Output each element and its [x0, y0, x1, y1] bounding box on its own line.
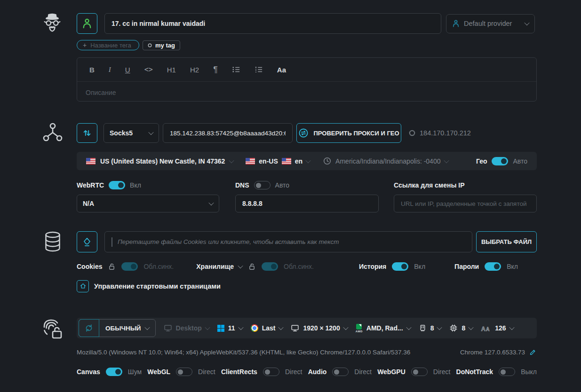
- history-toggle[interactable]: [392, 262, 408, 271]
- audio-toggle[interactable]: [332, 368, 349, 376]
- check-proxy-sync-icon: [298, 128, 309, 138]
- chevron-down-icon: [144, 325, 150, 330]
- start-pages-label: Управление стартовыми страницами: [94, 282, 221, 290]
- external-ip-status: 184.170.170.212: [409, 129, 471, 137]
- chevron-down-icon: [444, 157, 449, 163]
- provider-select[interactable]: Default provider: [446, 14, 535, 33]
- chevron-down-icon[interactable]: [238, 263, 243, 268]
- description-editor[interactable]: B I U <> H1 H2 ¶ Aa Описание: [77, 57, 537, 102]
- transfer-arrows-icon: [82, 128, 92, 138]
- cookies-sync-state: Обл.синх.: [143, 263, 174, 270]
- history-toggle-group: История Вкл: [359, 262, 425, 271]
- webgl-toggle-group: WebGL Direct: [147, 368, 215, 376]
- profile-person-button[interactable]: [77, 13, 97, 34]
- fingerprint-bar: ОБЫЧНЫЙ Desktop 11 Last: [77, 318, 537, 338]
- timezone-select[interactable]: America/Indiana/Indianapolis: -0400: [323, 157, 448, 165]
- svg-text:A: A: [481, 325, 485, 332]
- chevron-down-icon: [205, 325, 210, 330]
- bold-button[interactable]: B: [89, 66, 95, 74]
- chrome-logo-icon: [251, 324, 258, 332]
- device-type-select[interactable]: Desktop: [164, 324, 209, 332]
- webgl-state: Direct: [198, 368, 215, 376]
- clientrects-toggle[interactable]: [263, 368, 279, 376]
- underline-button[interactable]: U: [125, 66, 130, 74]
- fonts-select[interactable]: A A 126: [481, 324, 513, 332]
- ip-change-input[interactable]: [394, 195, 537, 212]
- webgl-toggle[interactable]: [176, 368, 192, 376]
- geo-location-select[interactable]: US (United States) New Castle, IN 47362: [86, 157, 233, 165]
- useragent-text: Mozilla/5.0 (Windows NT 10.0; Win64; x64…: [77, 349, 410, 356]
- code-button[interactable]: <>: [144, 65, 153, 74]
- cookies-drop-placeholder: Перетащите файлы Cookies или кликните, ч…: [118, 238, 339, 245]
- profile-editor-page: Default provider + Название тега my tag …: [0, 0, 581, 392]
- webgpu-toggle[interactable]: [411, 368, 428, 376]
- donottrack-toggle[interactable]: [499, 368, 515, 376]
- dns-toggle[interactable]: [254, 181, 271, 189]
- us-flag-icon: [246, 158, 255, 165]
- profile-name-input[interactable]: [104, 13, 441, 34]
- ram-select[interactable]: 8: [419, 324, 442, 332]
- canvas-label: Canvas: [77, 368, 100, 376]
- regenerate-fingerprint-button[interactable]: [79, 319, 99, 337]
- storage-sync-group: Хранилище Обл.синх.: [196, 262, 314, 271]
- passwords-toggle[interactable]: [485, 262, 501, 271]
- chevron-down-icon: [469, 325, 474, 330]
- webgpu-toggle-group: WebGPU Direct: [377, 368, 450, 376]
- passwords-label: Пароли: [454, 263, 479, 270]
- geo-toggle[interactable]: [492, 157, 508, 165]
- browser-version-select[interactable]: Last: [251, 324, 283, 332]
- webrtc-ip-value: N/A: [83, 200, 94, 207]
- monitor-icon: [291, 324, 299, 332]
- geo-toggle-group: Гео Авто: [476, 157, 527, 165]
- storage-sync-toggle[interactable]: [262, 262, 278, 271]
- proxy-network-icon: [42, 122, 64, 143]
- canvas-toggle[interactable]: [106, 368, 122, 376]
- webrtc-toggle[interactable]: [109, 181, 125, 189]
- screen-resolution-select[interactable]: 1920 × 1200: [291, 324, 347, 332]
- bullet-list-button[interactable]: [232, 66, 240, 73]
- home-icon: [80, 282, 87, 290]
- spy-profile-icon: [41, 12, 64, 35]
- paragraph-button[interactable]: ¶: [213, 65, 218, 75]
- tag-circle-icon: [148, 43, 152, 47]
- select-file-label: ВЫБРАТЬ ФАЙЛ: [481, 238, 532, 245]
- audio-state: Direct: [354, 368, 372, 376]
- proxy-address-input[interactable]: [163, 123, 293, 143]
- dns-input[interactable]: [235, 195, 379, 212]
- ordered-list-button[interactable]: [255, 66, 263, 73]
- start-pages-button[interactable]: Управление стартовыми страницами: [77, 280, 221, 292]
- cpu-select[interactable]: 8: [449, 324, 473, 332]
- cookies-drop-input[interactable]: Перетащите файлы Cookies или кликните, ч…: [104, 231, 472, 252]
- heading1-button[interactable]: H1: [167, 66, 176, 74]
- edit-pencil-icon[interactable]: [529, 348, 537, 356]
- geo-toggle-label: Гео: [476, 157, 487, 165]
- dns-label: DNS: [235, 181, 249, 189]
- fingerprint-mode-select[interactable]: ОБЫЧНЫЙ: [99, 320, 155, 337]
- check-proxy-button[interactable]: ПРОВЕРИТЬ ПРОКСИ И ГЕО: [296, 123, 401, 143]
- font-size-button[interactable]: Aa: [277, 66, 286, 74]
- tag-chip[interactable]: my tag: [143, 40, 180, 50]
- heading2-button[interactable]: H2: [190, 66, 199, 74]
- cookies-database-icon: [43, 231, 63, 252]
- language-select[interactable]: en-US en: [246, 157, 310, 165]
- chevron-down-icon: [229, 157, 234, 163]
- clear-cookies-button[interactable]: [77, 231, 97, 252]
- provider-select-value: Default provider: [464, 20, 512, 27]
- check-proxy-label: ПРОВЕРИТЬ ПРОКСИ И ГЕО: [313, 130, 399, 137]
- browser-build-group: Chrome 127.0.6533.73: [460, 348, 537, 356]
- webrtc-ip-select[interactable]: N/A: [77, 195, 219, 212]
- chevron-down-icon: [148, 130, 153, 135]
- os-version-select[interactable]: 11: [217, 324, 243, 332]
- chevron-down-icon: [524, 20, 529, 25]
- italic-button[interactable]: I: [109, 66, 111, 74]
- proxy-type-select[interactable]: Socks5: [103, 123, 159, 143]
- donottrack-label: DoNotTrack: [456, 368, 493, 376]
- proxy-mode-button[interactable]: [77, 123, 97, 143]
- cookies-sync-toggle[interactable]: [121, 262, 138, 271]
- plus-icon: +: [83, 42, 87, 48]
- add-tag-input[interactable]: + Название тега: [77, 40, 139, 50]
- gpu-select[interactable]: AMD AMD, Rad...: [356, 324, 411, 333]
- history-label: История: [359, 263, 386, 270]
- description-placeholder: Описание: [77, 82, 536, 103]
- select-file-button[interactable]: ВЫБРАТЬ ФАЙЛ: [476, 231, 537, 252]
